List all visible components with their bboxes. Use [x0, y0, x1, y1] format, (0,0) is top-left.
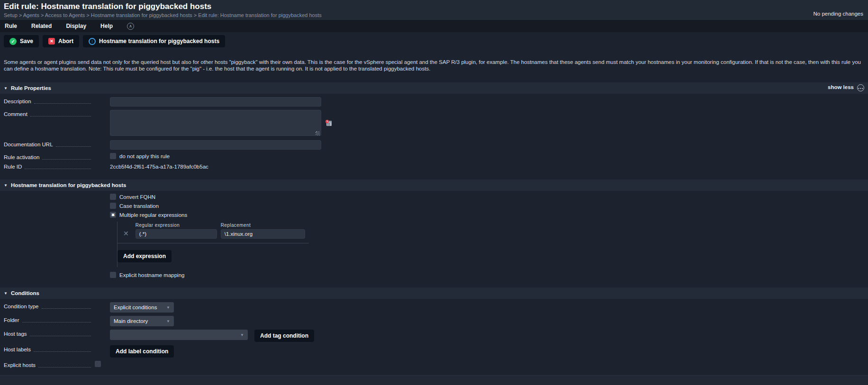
divider — [118, 243, 309, 243]
condition-type-select[interactable]: Explicit conditions ▼ — [110, 302, 174, 313]
collapse-menu-button[interactable]: ∧ — [127, 23, 134, 30]
dotted-leader — [42, 159, 91, 160]
folder-value: Main directory — [114, 318, 148, 324]
section-title: Hostname translation for piggybacked hos… — [11, 182, 126, 188]
add-expression-button[interactable]: Add expression — [118, 250, 172, 262]
explicit-mapping-checkbox[interactable] — [110, 272, 116, 278]
breadcrumb[interactable]: Setup > Agents > Access to Agents > Host… — [4, 12, 863, 18]
comment-textarea[interactable] — [110, 110, 321, 136]
section-collapse-icon: ▼ — [4, 86, 8, 90]
save-button-label: Save — [20, 38, 33, 45]
menu-help[interactable]: Help — [100, 23, 113, 29]
page-title: Edit rule: Hostname translation for pigg… — [4, 2, 863, 11]
dotted-leader — [34, 351, 91, 352]
case-translation-label: Case translation — [119, 203, 159, 209]
explicit-hosts-label: Explicit hosts — [4, 362, 36, 368]
regex-list: ✕ Regular expression Replacement Add exp… — [117, 222, 309, 267]
doc-url-label: Documentation URL — [4, 142, 53, 148]
doc-url-input[interactable] — [110, 140, 321, 150]
section-conditions[interactable]: ▼ Conditions — [0, 287, 868, 299]
dotted-leader — [25, 169, 91, 169]
page-header: Edit rule: Hostname translation for pigg… — [0, 0, 868, 20]
menu-display[interactable]: Display — [66, 23, 86, 29]
menu-bar: Rule Related Display Help ∧ — [0, 20, 868, 32]
dotted-leader — [56, 146, 91, 147]
section-hostname-translation[interactable]: ▼ Hostname translation for piggybacked h… — [0, 179, 868, 191]
replacement-input[interactable] — [221, 229, 305, 239]
condition-type-value: Explicit conditions — [114, 304, 157, 310]
description-row: Description — [0, 97, 868, 107]
dotted-leader — [42, 308, 91, 309]
section-collapse-icon: ▼ — [4, 183, 8, 188]
host-labels-label: Host labels — [4, 347, 31, 353]
chevron-down-icon: ▼ — [166, 305, 170, 310]
folder-label: Folder — [4, 317, 19, 323]
regex-input[interactable] — [136, 229, 217, 239]
abort-button[interactable]: ✕ Abort — [43, 35, 79, 47]
more-options-icon[interactable]: ●●● — [857, 84, 864, 91]
regex-field-label: Regular expression — [136, 223, 217, 228]
rule-id-row: Rule ID 2ccb5f4d-2f61-475a-a17a-1789afc0… — [0, 162, 868, 170]
action-bar: ✓ Save ✕ Abort ↑ Hostname translation fo… — [0, 32, 868, 47]
comment-row: Comment — [0, 110, 868, 137]
dotted-leader — [30, 336, 91, 336]
show-less-link[interactable]: show less — [828, 84, 854, 90]
add-tag-condition-button[interactable]: Add tag condition — [254, 330, 314, 342]
add-label-condition-button[interactable]: Add label condition — [110, 345, 174, 358]
description-input[interactable] — [110, 97, 321, 107]
rule-help-text: Some agents or agent plugins send data n… — [0, 59, 868, 72]
host-labels-row: Host labels Add label condition — [0, 345, 868, 358]
do-not-apply-label: do not apply this rule — [119, 153, 170, 159]
section-title: Conditions — [11, 290, 39, 296]
folder-row: Folder Main directory ▼ — [0, 316, 868, 326]
doc-url-row: Documentation URL — [0, 140, 868, 150]
rule-activation-row: Rule activation do not apply this rule — [0, 153, 868, 161]
multiple-regex-checkbox[interactable]: ✖ — [110, 212, 116, 218]
explicit-mapping-label: Explicit hostname mapping — [119, 272, 184, 278]
host-tags-select[interactable]: ▼ — [110, 330, 248, 340]
description-label: Description — [4, 98, 31, 105]
rule-id-value: 2ccb5f4d-2f61-475a-a17a-1789afc0b5ac — [110, 162, 208, 170]
replacement-field-label: Replacement — [221, 223, 305, 228]
case-translation-checkbox[interactable] — [110, 203, 116, 209]
comment-label: Comment — [4, 111, 27, 117]
chevron-down-icon: ▼ — [240, 333, 244, 337]
dotted-leader — [38, 367, 91, 367]
condition-type-row: Condition type Explicit conditions ▼ — [0, 302, 868, 313]
save-button[interactable]: ✓ Save — [4, 35, 39, 47]
dotted-leader — [34, 103, 91, 104]
abort-button-label: Abort — [58, 38, 73, 45]
condition-type-label: Condition type — [4, 304, 39, 310]
chevron-up-icon: ∧ — [129, 24, 132, 28]
case-translation-row: Case translation — [110, 203, 868, 209]
host-tags-row: Host tags ▼ Add tag condition — [0, 330, 868, 342]
regex-entry-row: ✕ Regular expression Replacement — [118, 223, 309, 239]
save-check-icon: ✓ — [9, 38, 17, 45]
rule-activation-label: Rule activation — [4, 154, 39, 161]
up-arrow-circle-icon: ↑ — [89, 38, 96, 45]
dotted-leader — [30, 116, 91, 116]
multiple-regex-label: Multiple regular expressions — [119, 212, 187, 218]
abort-x-icon: ✕ — [48, 38, 55, 45]
chevron-down-icon: ▼ — [166, 319, 170, 323]
ruleset-button-label: Hostname translation for piggybacked hos… — [99, 38, 219, 45]
section-title: Rule Properties — [11, 85, 51, 91]
bottom-filler — [0, 375, 868, 385]
section-rule-properties[interactable]: ▼ Rule Properties show less ●●● — [0, 82, 868, 94]
ruleset-link-button[interactable]: ↑ Hostname translation for piggybacked h… — [83, 35, 225, 47]
explicit-hosts-row: Explicit hosts — [0, 361, 868, 368]
menu-rule[interactable]: Rule — [5, 23, 17, 29]
explicit-hosts-checkbox[interactable] — [95, 361, 101, 367]
host-tags-label: Host tags — [4, 331, 27, 337]
menu-related[interactable]: Related — [31, 23, 52, 29]
delete-entry-icon[interactable]: ✕ — [123, 230, 129, 237]
convert-fqhn-label: Convert FQHN — [119, 194, 155, 200]
convert-fqhn-row: Convert FQHN — [110, 194, 868, 200]
folder-select[interactable]: Main directory ▼ — [110, 316, 174, 326]
explicit-mapping-row: Explicit hostname mapping — [110, 272, 868, 278]
convert-fqhn-checkbox[interactable] — [110, 194, 116, 200]
pending-changes-status[interactable]: No pending changes — [814, 11, 864, 17]
dotted-leader — [22, 322, 91, 322]
insert-date-icon[interactable] — [325, 119, 333, 128]
do-not-apply-checkbox[interactable] — [110, 153, 116, 159]
